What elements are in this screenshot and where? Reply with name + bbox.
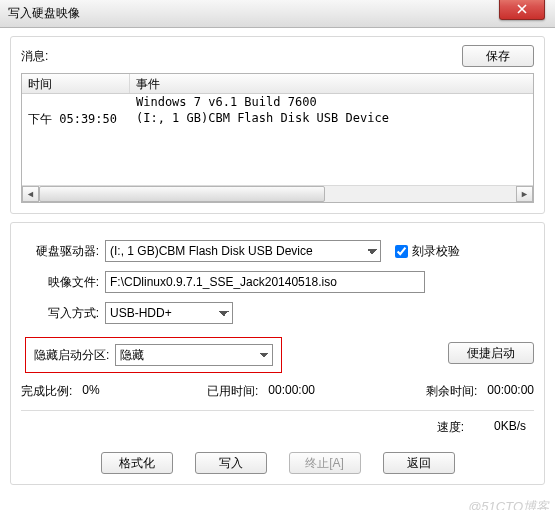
window-title: 写入硬盘映像	[8, 5, 80, 22]
burn-verify-checkbox[interactable]: 刻录校验	[391, 242, 460, 261]
speed-value: 0KB/s	[494, 419, 526, 436]
remain-label: 剩余时间:	[426, 383, 477, 400]
log-body: Windows 7 v6.1 Build 7600 下午 05:39:50 (I…	[22, 94, 533, 185]
log-col-event[interactable]: 事件	[130, 74, 533, 93]
highlight-box: 隐藏启动分区: 隐藏	[25, 337, 282, 373]
image-file-input[interactable]	[105, 271, 425, 293]
elapsed-value: 00:00:00	[268, 383, 315, 400]
hidden-partition-combo[interactable]: 隐藏	[115, 344, 273, 366]
image-file-label: 映像文件:	[21, 274, 99, 291]
back-button[interactable]: 返回	[383, 452, 455, 474]
lower-group: 硬盘驱动器: (I:, 1 GB)CBM Flash Disk USB Devi…	[10, 222, 545, 485]
log-row[interactable]: Windows 7 v6.1 Build 7600	[22, 94, 533, 110]
elapsed-label: 已用时间:	[207, 383, 258, 400]
abort-button[interactable]: 终止[A]	[289, 452, 361, 474]
close-button[interactable]	[499, 0, 545, 20]
hidden-partition-label: 隐藏启动分区:	[34, 347, 109, 364]
write-button[interactable]: 写入	[195, 452, 267, 474]
log-col-time[interactable]: 时间	[22, 74, 130, 93]
write-mode-combo[interactable]: USB-HDD+	[105, 302, 233, 324]
divider	[21, 410, 534, 411]
drive-label: 硬盘驱动器:	[21, 243, 99, 260]
message-label: 消息:	[21, 48, 462, 65]
convenient-boot-button[interactable]: 便捷启动	[448, 342, 534, 364]
close-icon	[517, 4, 527, 14]
write-mode-label: 写入方式:	[21, 305, 99, 322]
log-cell-time	[22, 94, 130, 110]
scroll-track[interactable]	[39, 186, 516, 202]
burn-verify-label: 刻录校验	[412, 243, 460, 260]
upper-group: 消息: 保存 时间 事件 Windows 7 v6.1 Build 7600 下…	[10, 36, 545, 214]
horizontal-scrollbar[interactable]: ◄ ►	[22, 185, 533, 202]
percent-value: 0%	[82, 383, 99, 400]
scroll-thumb[interactable]	[39, 186, 325, 202]
scroll-left-arrow-icon[interactable]: ◄	[22, 186, 39, 202]
save-button[interactable]: 保存	[462, 45, 534, 67]
drive-combo[interactable]: (I:, 1 GB)CBM Flash Disk USB Device	[105, 240, 381, 262]
log-cell-time: 下午 05:39:50	[22, 110, 130, 129]
percent-label: 完成比例:	[21, 383, 72, 400]
title-bar: 写入硬盘映像	[0, 0, 555, 28]
log-listview: 时间 事件 Windows 7 v6.1 Build 7600 下午 05:39…	[21, 73, 534, 203]
watermark: @51CTO博客	[468, 498, 549, 510]
log-cell-event: (I:, 1 GB)CBM Flash Disk USB Device	[130, 110, 533, 129]
format-button[interactable]: 格式化	[101, 452, 173, 474]
log-row[interactable]: 下午 05:39:50 (I:, 1 GB)CBM Flash Disk USB…	[22, 110, 533, 129]
log-cell-event: Windows 7 v6.1 Build 7600	[130, 94, 533, 110]
remain-value: 00:00:00	[487, 383, 534, 400]
burn-verify-input[interactable]	[395, 245, 408, 258]
scroll-right-arrow-icon[interactable]: ►	[516, 186, 533, 202]
log-header: 时间 事件	[22, 74, 533, 94]
speed-label: 速度:	[437, 419, 464, 436]
